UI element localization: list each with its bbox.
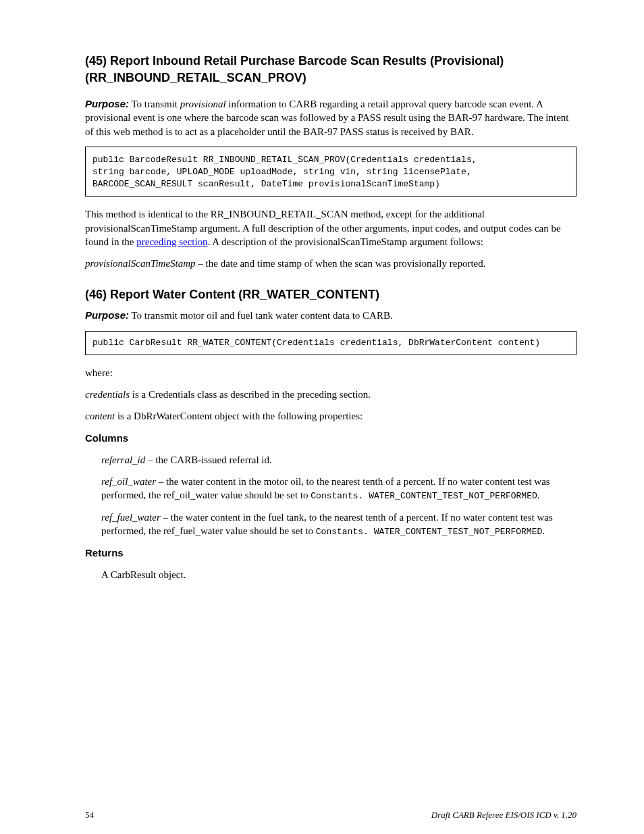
arg-name: provisionalScanTimeStamp <box>85 258 196 269</box>
prop1-label: referral_id <box>101 454 145 465</box>
prop3-code: Constants. WATER_CONTENT_TEST_NOT_PERFOR… <box>316 527 542 537</box>
returns-heading: Returns <box>85 546 576 560</box>
param-credentials-text: is a Credentials class as described in t… <box>130 389 371 400</box>
section-heading-2: (46) Report Water Content (RR_WATER_CONT… <box>85 288 576 302</box>
prop2-code: Constants. WATER_CONTENT_TEST_NOT_PERFOR… <box>311 491 537 501</box>
prop-referral-id: referral_id – the CARB-issued referral i… <box>101 453 576 467</box>
param-content-text: is a DbRrWaterContent object with the fo… <box>115 411 363 421</box>
code-line-1: public BarcodeResult RR_INBOUND_RETAIL_S… <box>92 155 477 165</box>
prop3-tail: . <box>542 525 545 536</box>
prop3-label: ref_fuel_water <box>101 512 161 523</box>
section-heading-main: (45) Report Inbound Retail Purchase Barc… <box>85 54 576 68</box>
section-heading-sub: (RR_INBOUND_RETAIL_SCAN_PROV) <box>85 71 576 85</box>
param-content: content is a DbRrWaterContent object wit… <box>85 409 576 423</box>
preceding-section-link[interactable]: preceding section <box>136 236 207 247</box>
columns-heading: Columns <box>85 432 576 445</box>
where-label: where: <box>85 366 576 380</box>
param-content-label: content <box>85 411 115 421</box>
prop2-tail: . <box>537 490 540 500</box>
purpose-paragraph-2: Purpose: To transmit motor oil and fuel … <box>85 309 576 322</box>
page-number: 54 <box>85 810 94 820</box>
purpose-label: Purpose: <box>85 98 129 109</box>
returns-label: Returns <box>85 547 124 558</box>
columns-label: Columns <box>85 432 128 444</box>
code-line-3: BARCODE_SCAN_RESULT scanResult, DateTime… <box>92 179 440 189</box>
param-credentials-label: credentials <box>85 389 130 400</box>
purpose-italic-word: provisional <box>180 99 226 109</box>
code-line-2: string barcode, UPLOAD_MODE uploadMode, … <box>92 167 472 177</box>
prop1-text: – the CARB-issued referral id. <box>145 454 271 465</box>
purpose-text-before: To transmit <box>129 99 180 109</box>
argument-description: provisionalScanTimeStamp – the date and … <box>85 257 576 270</box>
description-paragraph-1: This method is identical to the RR_INBOU… <box>85 207 576 249</box>
code-block-1: public BarcodeResult RR_INBOUND_RETAIL_S… <box>85 147 576 197</box>
purpose-paragraph: Purpose: To transmit provisional informa… <box>85 97 576 138</box>
param-credentials: credentials is a Credentials class as de… <box>85 388 576 401</box>
arg-text: – the date and time stamp of when the sc… <box>196 258 486 269</box>
code2-line: public CarbResult RR_WATER_CONTENT(Crede… <box>92 338 540 348</box>
prop-ref-fuel-water: ref_fuel_water – the water content in th… <box>101 511 576 538</box>
purpose-text-2: To transmit motor oil and fuel tank wate… <box>129 310 393 321</box>
p1-after-link: . A description of the provisionalScanTi… <box>208 236 483 247</box>
prop-ref-oil-water: ref_oil_water – the water content in the… <box>101 475 576 502</box>
purpose-label-2: Purpose: <box>85 309 129 321</box>
doc-title-footer: Draft CARB Referee EIS/OIS ICD v. 1.20 <box>431 810 576 820</box>
prop2-label: ref_oil_water <box>101 476 156 487</box>
returns-text: A CarbResult object. <box>101 568 576 581</box>
code-block-2: public CarbResult RR_WATER_CONTENT(Crede… <box>85 331 576 355</box>
